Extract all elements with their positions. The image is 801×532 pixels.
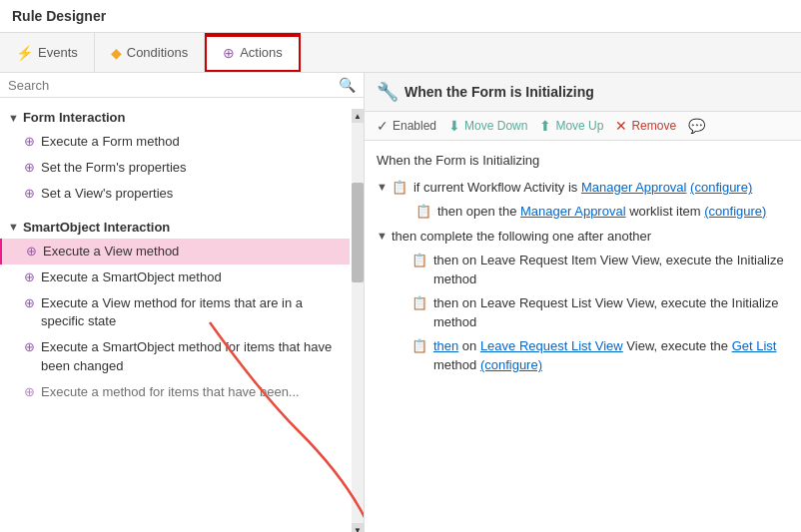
search-input[interactable]	[8, 78, 339, 93]
action-execute-smartobject-method[interactable]: ⊕ Execute a SmartObject method	[0, 265, 350, 290]
seq-icon-3: 📋	[411, 338, 427, 353]
tab-bar: ⚡ Events ◆ Conditions ⊕ Actions	[0, 33, 801, 73]
action-execute-view-state[interactable]: ⊕ Execute a View method for items that a…	[0, 290, 350, 334]
seq-icon-2: 📋	[411, 295, 427, 310]
action-icon-7: ⊕	[24, 339, 35, 354]
remove-icon: ✕	[615, 118, 627, 134]
toolbar-move-up-btn[interactable]: ⬆ Move Up	[539, 118, 603, 134]
actions-icon: ⊕	[223, 45, 235, 61]
move-down-icon: ⬇	[448, 118, 460, 134]
main-content: 🔍 ▼ Form Interaction ⊕ Execute a Form me…	[0, 73, 801, 532]
enabled-label: Enabled	[393, 119, 436, 133]
link-configure-1[interactable]: (configure)	[690, 180, 752, 195]
rule-title: When the Form is Initializing	[377, 153, 789, 168]
tab-events-label: Events	[38, 45, 78, 60]
section-smartobject-title: ▼ SmartObject Interaction	[0, 216, 350, 239]
app-header: Rule Designer	[0, 0, 801, 33]
action-icon-8: ⊕	[24, 384, 35, 399]
collapse-form-icon[interactable]: ▼	[8, 112, 19, 124]
seq-text-3: then on Leave Request List View View, ex…	[433, 336, 789, 375]
condition-row: 📋 if current Workflow Activity is Manage…	[392, 178, 789, 198]
action-set-view-properties[interactable]: ⊕ Set a View's properties	[0, 181, 350, 207]
form-interaction-label: Form Interaction	[23, 110, 126, 125]
action-text-8: Execute a method for items that have bee…	[41, 383, 300, 401]
seq-text-1: then on Leave Request Item View View, ex…	[433, 251, 789, 289]
comment-icon: 💬	[688, 118, 705, 134]
tab-conditions[interactable]: ◆ Conditions	[95, 33, 205, 72]
link-manager-approval-1[interactable]: Manager Approval	[581, 180, 687, 195]
action-execute-view-method[interactable]: ⊕ Execute a View method	[0, 239, 350, 265]
link-configure-2[interactable]: (configure)	[704, 204, 766, 219]
rule-block-2: ▼ then complete the following one after …	[377, 227, 789, 375]
enabled-icon: ✓	[377, 118, 389, 134]
rule-block-1-inner: 📋 if current Workflow Activity is Manage…	[392, 178, 789, 221]
action-text-6: Execute a View method for items that are…	[41, 294, 342, 330]
right-content: When the Form is Initializing ▼ 📋 if cur…	[365, 141, 801, 532]
seq-text-2: then on Leave Request List View View, ex…	[433, 293, 789, 332]
vertical-scrollbar[interactable]: ▲ ▼	[352, 109, 364, 532]
toolbar-enabled-btn[interactable]: ✓ Enabled	[377, 118, 436, 134]
panel-content: ▼ Form Interaction ⊕ Execute a Form meth…	[0, 98, 364, 532]
right-header-icon: 🔧	[377, 81, 399, 103]
app-title: Rule Designer	[12, 8, 106, 24]
action-text-3: Set a View's properties	[41, 185, 173, 203]
action-execute-method-items[interactable]: ⊕ Execute a method for items that have b…	[0, 379, 350, 405]
tab-actions[interactable]: ⊕ Actions	[205, 33, 301, 72]
link-then[interactable]: then	[433, 338, 458, 353]
action-icon-4: ⊕	[26, 244, 37, 259]
link-get-list[interactable]: Get List	[732, 338, 777, 353]
action-execute-form-method[interactable]: ⊕ Execute a Form method	[0, 129, 350, 155]
move-up-icon: ⬆	[539, 118, 551, 134]
search-bar: 🔍	[0, 73, 364, 98]
action-text-2: Set the Form's properties	[41, 159, 187, 177]
smartobject-label: SmartObject Interaction	[23, 220, 170, 235]
seq-item-3: 📋 then on Leave Request List View View, …	[411, 336, 789, 375]
seq-item-2: 📋 then on Leave Request List View View, …	[411, 293, 789, 332]
rule-block-1: ▼ 📋 if current Workflow Activity is Mana…	[377, 178, 789, 221]
rule-block-2-inner: then complete the following one after an…	[392, 227, 789, 375]
right-panel: 🔧 When the Form is Initializing ✓ Enable…	[365, 73, 801, 532]
move-down-label: Move Down	[464, 119, 527, 133]
tab-actions-label: Actions	[240, 45, 283, 60]
conditions-icon: ◆	[111, 45, 122, 61]
remove-label: Remove	[631, 119, 676, 133]
scroll-thumb[interactable]	[352, 183, 364, 282]
collapse-btn-1[interactable]: ▼	[377, 181, 388, 193]
condition-icon: 📋	[392, 180, 407, 195]
events-icon: ⚡	[16, 45, 33, 61]
sequence-header-text: then complete the following one after an…	[392, 227, 651, 247]
action-icon-5: ⊕	[24, 269, 35, 284]
move-up-label: Move Up	[555, 119, 603, 133]
seq-icon-1: 📋	[411, 253, 427, 267]
action-icon-6: ⊕	[24, 295, 35, 310]
link-leave-request-list-view[interactable]: Leave Request List View	[480, 338, 623, 353]
scroll-up-btn[interactable]: ▲	[352, 109, 364, 123]
action-text-7: Execute a SmartObject method for items t…	[41, 338, 342, 374]
app-container: Rule Designer ⚡ Events ◆ Conditions ⊕ Ac…	[0, 0, 801, 532]
collapse-smartobject-icon[interactable]: ▼	[8, 221, 19, 233]
then-text-1: then open the Manager Approval worklist …	[437, 202, 767, 222]
action-set-form-properties[interactable]: ⊕ Set the Form's properties	[0, 155, 350, 181]
toolbar-comment-btn[interactable]: 💬	[688, 118, 705, 134]
toolbar: ✓ Enabled ⬇ Move Down ⬆ Move Up ✕ Remove…	[365, 112, 801, 141]
link-manager-approval-2[interactable]: Manager Approval	[520, 204, 626, 219]
scroll-track	[352, 123, 364, 523]
sequence-header-row: then complete the following one after an…	[392, 227, 789, 247]
seq-item-1: 📋 then on Leave Request Item View View, …	[411, 251, 789, 289]
then-action-icon: 📋	[415, 204, 431, 219]
right-panel-header: 🔧 When the Form is Initializing	[365, 73, 801, 112]
action-execute-smartobject-changed[interactable]: ⊕ Execute a SmartObject method for items…	[0, 334, 350, 378]
scroll-down-btn[interactable]: ▼	[352, 523, 364, 532]
then-row-1: 📋 then open the Manager Approval worklis…	[415, 202, 789, 222]
toolbar-remove-btn[interactable]: ✕ Remove	[615, 118, 676, 134]
toolbar-move-down-btn[interactable]: ⬇ Move Down	[448, 118, 527, 134]
search-icon: 🔍	[339, 77, 356, 93]
collapse-btn-2[interactable]: ▼	[377, 230, 388, 242]
action-icon-1: ⊕	[24, 134, 35, 149]
tab-events[interactable]: ⚡ Events	[0, 33, 95, 72]
condition-text: if current Workflow Activity is Manager …	[413, 178, 752, 198]
action-text-4: Execute a View method	[43, 243, 179, 261]
tab-conditions-label: Conditions	[127, 45, 188, 60]
action-icon-3: ⊕	[24, 186, 35, 201]
link-configure-3[interactable]: (configure)	[480, 357, 542, 372]
